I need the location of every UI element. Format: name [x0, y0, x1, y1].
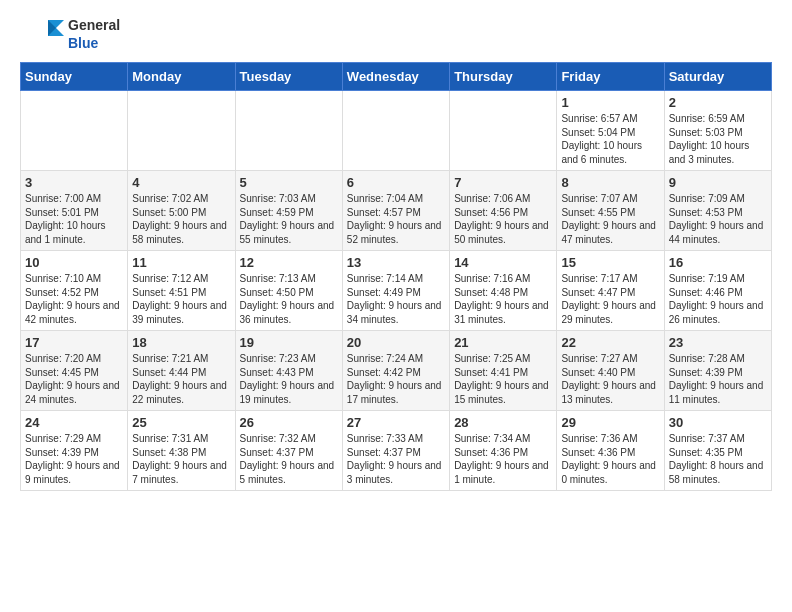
- calendar-week-row: 17Sunrise: 7:20 AM Sunset: 4:45 PM Dayli…: [21, 331, 772, 411]
- calendar-cell: 9Sunrise: 7:09 AM Sunset: 4:53 PM Daylig…: [664, 171, 771, 251]
- calendar-cell: 21Sunrise: 7:25 AM Sunset: 4:41 PM Dayli…: [450, 331, 557, 411]
- weekday-header: Friday: [557, 63, 664, 91]
- calendar-cell: 22Sunrise: 7:27 AM Sunset: 4:40 PM Dayli…: [557, 331, 664, 411]
- day-info: Sunrise: 6:57 AM Sunset: 5:04 PM Dayligh…: [561, 112, 659, 166]
- logo-svg: [20, 16, 64, 52]
- weekday-header: Sunday: [21, 63, 128, 91]
- calendar-cell: 12Sunrise: 7:13 AM Sunset: 4:50 PM Dayli…: [235, 251, 342, 331]
- day-number: 19: [240, 335, 338, 350]
- day-number: 26: [240, 415, 338, 430]
- day-number: 28: [454, 415, 552, 430]
- weekday-header: Thursday: [450, 63, 557, 91]
- calendar-cell: 13Sunrise: 7:14 AM Sunset: 4:49 PM Dayli…: [342, 251, 449, 331]
- weekday-header: Monday: [128, 63, 235, 91]
- day-info: Sunrise: 7:04 AM Sunset: 4:57 PM Dayligh…: [347, 192, 445, 246]
- day-info: Sunrise: 7:34 AM Sunset: 4:36 PM Dayligh…: [454, 432, 552, 486]
- calendar-cell: [450, 91, 557, 171]
- calendar-cell: 16Sunrise: 7:19 AM Sunset: 4:46 PM Dayli…: [664, 251, 771, 331]
- calendar-week-row: 24Sunrise: 7:29 AM Sunset: 4:39 PM Dayli…: [21, 411, 772, 491]
- day-number: 17: [25, 335, 123, 350]
- calendar-header-row: SundayMondayTuesdayWednesdayThursdayFrid…: [21, 63, 772, 91]
- day-info: Sunrise: 7:25 AM Sunset: 4:41 PM Dayligh…: [454, 352, 552, 406]
- day-number: 21: [454, 335, 552, 350]
- calendar-cell: 15Sunrise: 7:17 AM Sunset: 4:47 PM Dayli…: [557, 251, 664, 331]
- day-number: 29: [561, 415, 659, 430]
- calendar-cell: 2Sunrise: 6:59 AM Sunset: 5:03 PM Daylig…: [664, 91, 771, 171]
- calendar-cell: 18Sunrise: 7:21 AM Sunset: 4:44 PM Dayli…: [128, 331, 235, 411]
- calendar-cell: [235, 91, 342, 171]
- calendar-cell: 7Sunrise: 7:06 AM Sunset: 4:56 PM Daylig…: [450, 171, 557, 251]
- calendar-cell: 28Sunrise: 7:34 AM Sunset: 4:36 PM Dayli…: [450, 411, 557, 491]
- calendar-cell: 27Sunrise: 7:33 AM Sunset: 4:37 PM Dayli…: [342, 411, 449, 491]
- calendar-week-row: 1Sunrise: 6:57 AM Sunset: 5:04 PM Daylig…: [21, 91, 772, 171]
- calendar-cell: 11Sunrise: 7:12 AM Sunset: 4:51 PM Dayli…: [128, 251, 235, 331]
- day-number: 1: [561, 95, 659, 110]
- calendar-table: SundayMondayTuesdayWednesdayThursdayFrid…: [20, 62, 772, 491]
- day-number: 20: [347, 335, 445, 350]
- logo-general: General: [68, 16, 120, 34]
- calendar-cell: 30Sunrise: 7:37 AM Sunset: 4:35 PM Dayli…: [664, 411, 771, 491]
- day-number: 12: [240, 255, 338, 270]
- day-number: 18: [132, 335, 230, 350]
- day-info: Sunrise: 7:16 AM Sunset: 4:48 PM Dayligh…: [454, 272, 552, 326]
- day-number: 2: [669, 95, 767, 110]
- page-header: General Blue: [20, 16, 772, 52]
- weekday-header: Saturday: [664, 63, 771, 91]
- calendar-cell: 17Sunrise: 7:20 AM Sunset: 4:45 PM Dayli…: [21, 331, 128, 411]
- day-number: 4: [132, 175, 230, 190]
- day-info: Sunrise: 7:09 AM Sunset: 4:53 PM Dayligh…: [669, 192, 767, 246]
- day-number: 3: [25, 175, 123, 190]
- day-number: 23: [669, 335, 767, 350]
- day-number: 13: [347, 255, 445, 270]
- logo: General Blue: [20, 16, 120, 52]
- day-info: Sunrise: 7:23 AM Sunset: 4:43 PM Dayligh…: [240, 352, 338, 406]
- day-info: Sunrise: 6:59 AM Sunset: 5:03 PM Dayligh…: [669, 112, 767, 166]
- day-number: 16: [669, 255, 767, 270]
- day-info: Sunrise: 7:27 AM Sunset: 4:40 PM Dayligh…: [561, 352, 659, 406]
- calendar-cell: 4Sunrise: 7:02 AM Sunset: 5:00 PM Daylig…: [128, 171, 235, 251]
- day-info: Sunrise: 7:14 AM Sunset: 4:49 PM Dayligh…: [347, 272, 445, 326]
- day-info: Sunrise: 7:32 AM Sunset: 4:37 PM Dayligh…: [240, 432, 338, 486]
- calendar-cell: 19Sunrise: 7:23 AM Sunset: 4:43 PM Dayli…: [235, 331, 342, 411]
- day-number: 11: [132, 255, 230, 270]
- day-info: Sunrise: 7:33 AM Sunset: 4:37 PM Dayligh…: [347, 432, 445, 486]
- day-number: 6: [347, 175, 445, 190]
- calendar-cell: 23Sunrise: 7:28 AM Sunset: 4:39 PM Dayli…: [664, 331, 771, 411]
- calendar-cell: [21, 91, 128, 171]
- day-info: Sunrise: 7:21 AM Sunset: 4:44 PM Dayligh…: [132, 352, 230, 406]
- day-info: Sunrise: 7:06 AM Sunset: 4:56 PM Dayligh…: [454, 192, 552, 246]
- calendar-cell: [128, 91, 235, 171]
- day-info: Sunrise: 7:24 AM Sunset: 4:42 PM Dayligh…: [347, 352, 445, 406]
- day-info: Sunrise: 7:19 AM Sunset: 4:46 PM Dayligh…: [669, 272, 767, 326]
- day-number: 24: [25, 415, 123, 430]
- calendar-cell: 1Sunrise: 6:57 AM Sunset: 5:04 PM Daylig…: [557, 91, 664, 171]
- calendar-cell: 10Sunrise: 7:10 AM Sunset: 4:52 PM Dayli…: [21, 251, 128, 331]
- day-info: Sunrise: 7:10 AM Sunset: 4:52 PM Dayligh…: [25, 272, 123, 326]
- day-info: Sunrise: 7:29 AM Sunset: 4:39 PM Dayligh…: [25, 432, 123, 486]
- day-info: Sunrise: 7:00 AM Sunset: 5:01 PM Dayligh…: [25, 192, 123, 246]
- day-info: Sunrise: 7:12 AM Sunset: 4:51 PM Dayligh…: [132, 272, 230, 326]
- calendar-cell: 14Sunrise: 7:16 AM Sunset: 4:48 PM Dayli…: [450, 251, 557, 331]
- day-number: 8: [561, 175, 659, 190]
- calendar-cell: 26Sunrise: 7:32 AM Sunset: 4:37 PM Dayli…: [235, 411, 342, 491]
- day-number: 10: [25, 255, 123, 270]
- day-info: Sunrise: 7:07 AM Sunset: 4:55 PM Dayligh…: [561, 192, 659, 246]
- calendar-cell: 29Sunrise: 7:36 AM Sunset: 4:36 PM Dayli…: [557, 411, 664, 491]
- calendar-cell: 3Sunrise: 7:00 AM Sunset: 5:01 PM Daylig…: [21, 171, 128, 251]
- day-number: 7: [454, 175, 552, 190]
- day-number: 25: [132, 415, 230, 430]
- day-info: Sunrise: 7:13 AM Sunset: 4:50 PM Dayligh…: [240, 272, 338, 326]
- day-number: 9: [669, 175, 767, 190]
- day-info: Sunrise: 7:17 AM Sunset: 4:47 PM Dayligh…: [561, 272, 659, 326]
- day-info: Sunrise: 7:37 AM Sunset: 4:35 PM Dayligh…: [669, 432, 767, 486]
- calendar-cell: 8Sunrise: 7:07 AM Sunset: 4:55 PM Daylig…: [557, 171, 664, 251]
- day-info: Sunrise: 7:02 AM Sunset: 5:00 PM Dayligh…: [132, 192, 230, 246]
- calendar-cell: [342, 91, 449, 171]
- calendar-cell: 5Sunrise: 7:03 AM Sunset: 4:59 PM Daylig…: [235, 171, 342, 251]
- day-number: 14: [454, 255, 552, 270]
- logo-blue: Blue: [68, 34, 120, 52]
- calendar-week-row: 10Sunrise: 7:10 AM Sunset: 4:52 PM Dayli…: [21, 251, 772, 331]
- day-info: Sunrise: 7:20 AM Sunset: 4:45 PM Dayligh…: [25, 352, 123, 406]
- calendar-cell: 25Sunrise: 7:31 AM Sunset: 4:38 PM Dayli…: [128, 411, 235, 491]
- weekday-header: Tuesday: [235, 63, 342, 91]
